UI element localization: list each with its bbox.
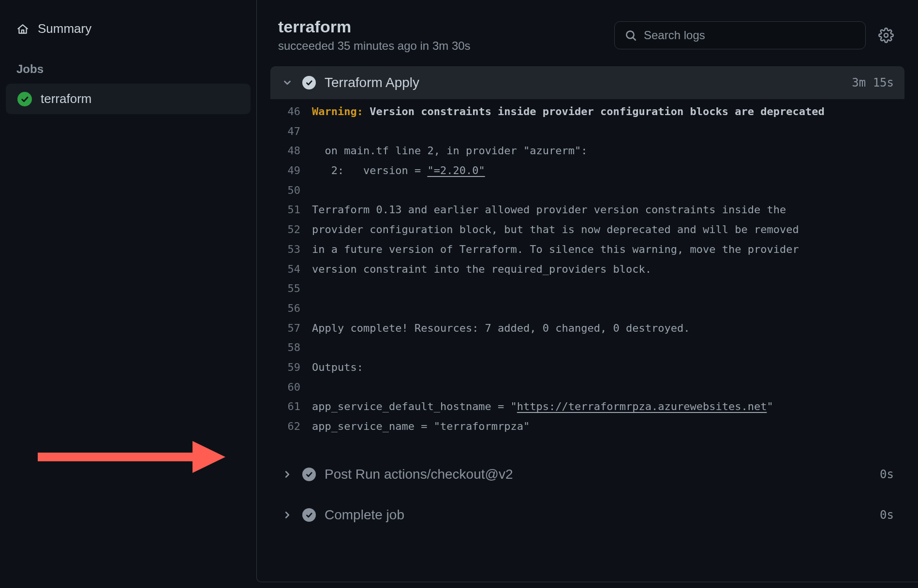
log-line: 50 xyxy=(270,181,904,201)
log-line: 48 on main.tf line 2, in provider "azure… xyxy=(270,141,904,161)
check-circle-icon xyxy=(302,76,316,89)
app-root: Summary Jobs terraform ter xyxy=(0,0,918,588)
log-line-text: Outputs: xyxy=(312,358,904,378)
job-item-terraform[interactable]: terraform xyxy=(6,84,251,114)
log-line: 58 xyxy=(270,338,904,358)
log-line-number: 49 xyxy=(270,161,312,181)
search-logs-input-wrap[interactable] xyxy=(614,21,866,49)
log-line: 52provider configuration block, but that… xyxy=(270,220,904,240)
search-logs-input[interactable] xyxy=(644,29,856,42)
log-line: 46Warning: Version constraints inside pr… xyxy=(270,102,904,122)
log-line-text xyxy=(312,279,904,299)
log-line: 60 xyxy=(270,378,904,397)
log-line: 49 2: version = "=2.20.0" xyxy=(270,161,904,181)
chevron-right-icon xyxy=(281,509,294,521)
jobs-heading: Jobs xyxy=(5,43,252,81)
collapsed-steps-list: Post Run actions/checkout@v2 0s Complete… xyxy=(257,454,918,535)
gear-icon xyxy=(878,28,894,43)
log-line-text: version constraint into the required_pro… xyxy=(312,260,904,279)
chevron-right-icon xyxy=(281,468,294,481)
annotation-arrow-icon xyxy=(38,435,231,479)
log-line-number: 58 xyxy=(270,338,312,358)
log-line-text xyxy=(312,338,904,358)
main-panel: terraform succeeded 35 minutes ago in 3m… xyxy=(256,0,918,582)
log-line-number: 47 xyxy=(270,122,312,142)
log-line: 54version constraint into the required_p… xyxy=(270,260,904,279)
log-line-text: in a future version of Terraform. To sil… xyxy=(312,240,904,260)
step-title: Terraform Apply xyxy=(325,75,843,90)
chevron-down-icon xyxy=(281,76,294,89)
step-duration: 0s xyxy=(880,508,894,522)
log-line-number: 61 xyxy=(270,397,312,417)
svg-line-2 xyxy=(633,37,635,40)
settings-button[interactable] xyxy=(875,25,897,46)
log-line-number: 48 xyxy=(270,141,312,161)
log-line-number: 59 xyxy=(270,358,312,378)
log-line-text xyxy=(312,181,904,201)
check-circle-icon xyxy=(17,92,32,106)
job-item-label: terraform xyxy=(41,91,91,106)
log-line-text xyxy=(312,299,904,319)
log-line-text: app_service_default_hostname = "https://… xyxy=(312,397,904,417)
summary-label: Summary xyxy=(38,21,91,36)
job-title: terraform xyxy=(278,17,605,36)
log-line-number: 50 xyxy=(270,181,312,201)
log-line-text: Terraform 0.13 and earlier allowed provi… xyxy=(312,200,904,220)
log-line: 51Terraform 0.13 and earlier allowed pro… xyxy=(270,200,904,220)
check-circle-icon xyxy=(302,508,316,522)
log-line-number: 56 xyxy=(270,299,312,319)
search-icon xyxy=(624,29,637,42)
job-status-text: succeeded 35 minutes ago in 3m 30s xyxy=(278,39,605,53)
step-duration: 3m 15s xyxy=(852,76,894,89)
log-line-number: 57 xyxy=(270,319,312,338)
log-line: 61app_service_default_hostname = "https:… xyxy=(270,397,904,417)
log-line: 53in a future version of Terraform. To s… xyxy=(270,240,904,260)
log-line-number: 60 xyxy=(270,378,312,397)
log-line-number: 55 xyxy=(270,279,312,299)
sidebar: Summary Jobs terraform xyxy=(0,0,256,588)
log-line-number: 54 xyxy=(270,260,312,279)
log-line-text: app_service_name = "terraformrpza" xyxy=(312,417,904,437)
log-line-number: 51 xyxy=(270,200,312,220)
log-line-number: 53 xyxy=(270,240,312,260)
step-title: Post Run actions/checkout@v2 xyxy=(325,467,871,482)
step-duration: 0s xyxy=(880,468,894,481)
log-line-text xyxy=(312,122,904,142)
log-line: 62app_service_name = "terraformrpza" xyxy=(270,417,904,437)
log-output[interactable]: 46Warning: Version constraints inside pr… xyxy=(270,99,904,454)
step-title: Complete job xyxy=(325,507,871,523)
log-line-number: 46 xyxy=(270,102,312,122)
log-line-text: on main.tf line 2, in provider "azurerm"… xyxy=(312,141,904,161)
step-row[interactable]: Complete job 0s xyxy=(270,495,904,535)
check-circle-icon xyxy=(302,468,316,481)
log-line-text xyxy=(312,378,904,397)
job-header-text: terraform succeeded 35 minutes ago in 3m… xyxy=(278,17,605,53)
summary-nav-item[interactable]: Summary xyxy=(5,15,252,43)
job-header: terraform succeeded 35 minutes ago in 3m… xyxy=(257,0,918,66)
log-line-number: 52 xyxy=(270,220,312,240)
log-line: 47 xyxy=(270,122,904,142)
log-line: 55 xyxy=(270,279,904,299)
log-line-text: Warning: Version constraints inside prov… xyxy=(312,102,904,122)
svg-point-3 xyxy=(884,33,888,37)
house-icon xyxy=(16,23,29,35)
log-line: 56 xyxy=(270,299,904,319)
log-line-number: 62 xyxy=(270,417,312,437)
step-header-terraform-apply[interactable]: Terraform Apply 3m 15s xyxy=(270,66,904,99)
log-line-text: Apply complete! Resources: 7 added, 0 ch… xyxy=(312,319,904,338)
step-row[interactable]: Post Run actions/checkout@v2 0s xyxy=(270,454,904,495)
log-line: 59Outputs: xyxy=(270,358,904,378)
log-line-text: provider configuration block, but that i… xyxy=(312,220,904,240)
log-line: 57Apply complete! Resources: 7 added, 0 … xyxy=(270,319,904,338)
log-line-text: 2: version = "=2.20.0" xyxy=(312,161,904,181)
